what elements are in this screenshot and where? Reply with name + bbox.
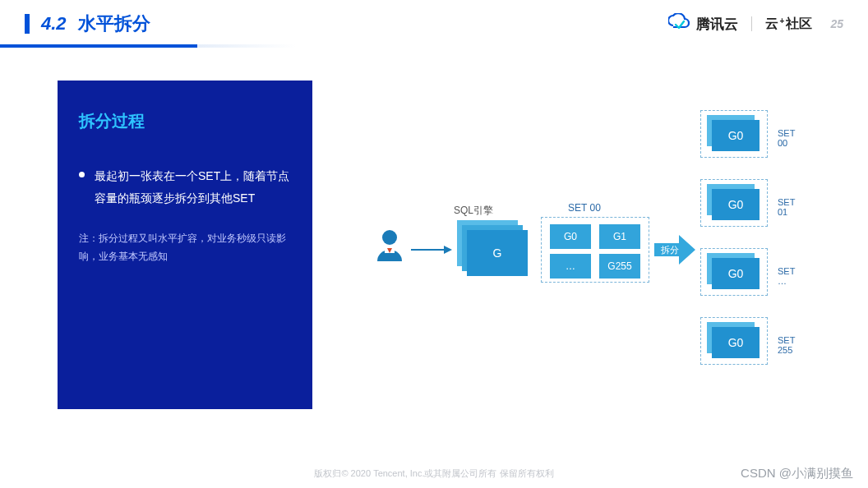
watermark: CSDN @小满别摸鱼 [741,466,853,481]
set-row-label: SET 00 [778,128,795,148]
tencent-cloud-icon [668,13,690,35]
dots-card: … [550,254,591,279]
bullet-icon [79,172,85,177]
g0-card: G0 [550,224,591,249]
footer-copyright: 版权归© 2020 Tencent, Inc.或其附属公司所有 保留所有权利 [0,467,868,480]
brand-divider [751,16,752,31]
brand-sub: 云 + 社区 [765,16,813,33]
split-label: 拆分 [661,244,679,256]
set-row-label: SET 255 [778,335,795,355]
g255-card: G255 [599,254,640,279]
brand-block: 腾讯云 云 + 社区 25 [668,13,843,35]
sidebar-panel: 拆分过程 最起初一张表在一个SET上，随着节点容量的瓶颈逐步拆分到其他SET 注… [58,81,312,409]
sidebar-note: 注：拆分过程又叫水平扩容，对业务秒级只读影响，业务基本无感知 [79,230,291,265]
content-area: 拆分过程 最起初一张表在一个SET上，随着节点容量的瓶颈逐步拆分到其他SET 注… [0,48,868,426]
set00-label: SET 00 [568,202,601,214]
diagram: SQL引擎 G SET 00 G0 G1 … G255 [342,81,838,426]
brand-main: 腾讯云 [696,15,738,34]
page-number: 25 [830,17,843,30]
sql-engine-label: SQL引擎 [454,204,493,218]
user-icon [375,228,404,265]
section-title: 水平拆分 [78,12,150,36]
set-row-label: SET … [778,266,795,286]
sidebar-title: 拆分过程 [79,110,291,132]
svg-point-0 [382,230,397,245]
set-row-label: SET 01 [778,197,795,217]
arrow-icon [411,243,452,258]
g-card: G [467,230,528,276]
set00-box: G0 G1 … G255 [541,217,649,283]
split-arrow: 拆分 [654,233,695,269]
section-number: 4.2 [41,13,67,35]
bullet-text: 最起初一张表在一个SET上，随着节点容量的瓶颈逐步拆分到其他SET [95,165,291,209]
accent-bar [25,14,30,34]
bullet-item: 最起初一张表在一个SET上，随着节点容量的瓶颈逐步拆分到其他SET [79,165,291,209]
g1-card: G1 [599,224,640,249]
slide-header: 4.2 水平拆分 腾讯云 云 + 社区 25 [0,0,868,36]
title-bar: 4.2 水平拆分 [25,12,150,36]
